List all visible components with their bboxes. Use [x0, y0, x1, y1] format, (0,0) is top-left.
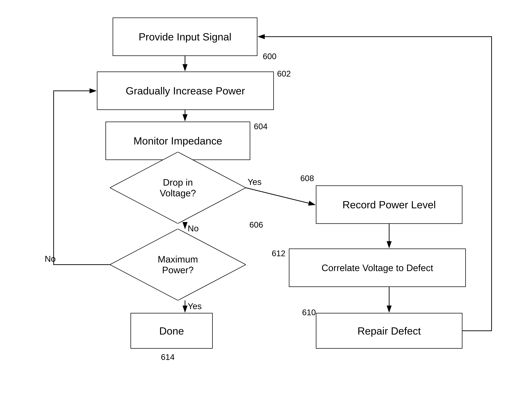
monitor-impedance-label: Monitor Impedance: [133, 135, 222, 147]
svg-line-5: [246, 188, 315, 205]
provide-input-label: Provide Input Signal: [139, 31, 231, 43]
done-label: Done: [159, 325, 184, 337]
ref-606: 606: [249, 220, 263, 230]
flowchart: Provide Input Signal 600 Gradually Incre…: [0, 0, 530, 420]
ref-608: 608: [300, 173, 314, 183]
svg-marker-11: [110, 229, 246, 300]
ref-600: 600: [263, 51, 277, 61]
record-power-box: Record Power Level: [316, 185, 462, 224]
ref-612: 612: [272, 249, 285, 258]
ref-604: 604: [254, 121, 268, 131]
ref-610: 610: [302, 308, 316, 317]
gradually-increase-box: Gradually Increase Power: [97, 72, 274, 110]
ref-602: 602: [277, 69, 291, 78]
provide-input-box: Provide Input Signal: [113, 17, 257, 56]
repair-defect-label: Repair Defect: [357, 325, 421, 337]
yes-label-2: Yes: [188, 301, 202, 311]
ref-614: 614: [161, 352, 175, 362]
correlate-voltage-label: Correlate Voltage to Defect: [322, 262, 433, 273]
no-label-2: No: [45, 254, 56, 264]
record-power-label: Record Power Level: [342, 199, 436, 211]
repair-defect-box: Repair Defect: [316, 313, 462, 349]
diamond-svg-2: [110, 229, 246, 300]
yes-label-1: Yes: [248, 177, 262, 187]
gradually-increase-label: Gradually Increase Power: [126, 85, 245, 97]
correlate-voltage-box: Correlate Voltage to Defect: [289, 249, 466, 287]
svg-marker-10: [110, 152, 246, 224]
diamond-svg-1: [110, 152, 246, 224]
max-power-diamond: Maximum Power?: [110, 229, 246, 300]
drop-voltage-diamond: Drop in Voltage?: [110, 152, 246, 224]
done-box: Done: [131, 313, 213, 349]
